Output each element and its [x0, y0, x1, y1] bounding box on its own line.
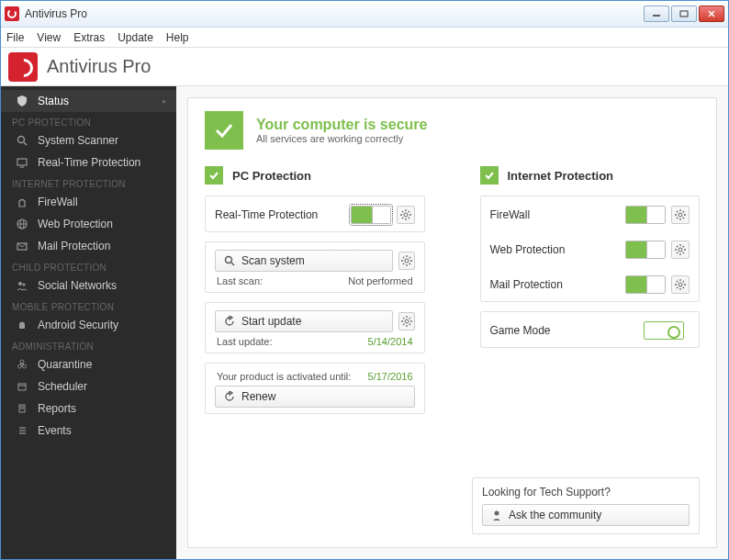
svg-point-67 [679, 248, 682, 252]
last-scan-label: Last scan: [217, 275, 263, 286]
realtime-card: Real-Time Protection [205, 196, 425, 232]
svg-line-63 [677, 211, 678, 212]
gamemode-toggle[interactable] [644, 321, 684, 340]
window-title: Antivirus Pro [25, 7, 644, 20]
sidebar-item-mail[interactable]: Mail Protection [1, 235, 176, 257]
sidebar-item-label: Android Security [38, 319, 118, 331]
mail-settings-button[interactable] [671, 275, 690, 294]
svg-line-82 [683, 287, 684, 288]
scan-button-label: Scan system [241, 254, 305, 267]
web-settings-button[interactable] [671, 241, 690, 259]
menu-update[interactable]: Update [118, 31, 153, 44]
refresh-icon [223, 391, 236, 402]
mail-toggle[interactable] [625, 275, 666, 294]
list-icon [16, 425, 28, 436]
svg-line-54 [403, 318, 404, 319]
scan-system-button[interactable]: Scan system [215, 250, 393, 272]
sidebar-item-realtime[interactable]: Real-Time Protection [1, 151, 176, 174]
svg-rect-8 [17, 159, 27, 165]
svg-line-45 [403, 257, 404, 258]
sidebar-heading-mobile: MOBILE PROTECTION [1, 297, 176, 314]
sidebar-item-reports[interactable]: Reports [1, 398, 176, 420]
sidebar-item-label: Events [38, 424, 72, 437]
status-title: Your computer is secure [256, 117, 427, 133]
sidebar-item-label: Reports [38, 402, 76, 415]
scan-settings-button[interactable] [398, 252, 415, 270]
svg-line-75 [683, 246, 684, 247]
brand-title: Antivirus Pro [47, 56, 151, 77]
update-button-label: Start update [241, 315, 301, 328]
svg-point-20 [23, 364, 27, 368]
sidebar-item-social[interactable]: Social Networks [1, 274, 176, 297]
support-box: Looking for Tech Support? Ask the commun… [472, 477, 700, 534]
internet-protection-title: Internet Protection [508, 169, 614, 183]
svg-line-57 [409, 318, 409, 319]
sidebar-item-status[interactable]: Status ▸ [1, 90, 176, 112]
svg-line-55 [409, 324, 409, 325]
svg-rect-16 [19, 323, 25, 329]
maximize-button[interactable] [671, 6, 697, 22]
renew-button[interactable]: Renew [215, 386, 415, 408]
sidebar-item-label: Quarantine [38, 358, 92, 371]
sidebar-item-scanner[interactable]: System Scanner [1, 129, 176, 151]
sidebar-item-events[interactable]: Events [1, 420, 176, 442]
globe-icon [16, 218, 28, 230]
firewall-settings-button[interactable] [671, 206, 690, 224]
scan-card: Scan system Last scan: Not performed [205, 241, 425, 293]
realtime-settings-button[interactable] [397, 206, 415, 224]
ask-community-button[interactable]: Ask the community [482, 504, 690, 526]
sidebar-item-label: System Scanner [38, 134, 118, 147]
firewall-toggle[interactable] [625, 206, 666, 224]
app-icon [5, 6, 19, 21]
sidebar-item-android[interactable]: Android Security [1, 314, 176, 336]
sidebar-item-label: Social Networks [38, 279, 117, 292]
firewall-label: FireWall [490, 208, 626, 221]
titlebar: Antivirus Pro [1, 1, 728, 28]
web-toggle[interactable] [625, 241, 666, 259]
svg-line-83 [677, 287, 678, 288]
svg-point-49 [405, 319, 409, 323]
status-subtitle: All services are working correctly [256, 133, 427, 144]
svg-line-74 [677, 252, 678, 253]
svg-line-64 [683, 218, 684, 218]
sidebar-item-firewall[interactable]: FireWall [1, 191, 176, 213]
android-icon [16, 319, 28, 330]
svg-point-29 [404, 213, 408, 217]
update-settings-button[interactable] [398, 312, 415, 330]
svg-point-38 [226, 257, 232, 263]
svg-point-19 [18, 364, 22, 368]
mail-icon [16, 241, 28, 252]
minimize-button[interactable] [644, 6, 669, 22]
sidebar-item-label: Scheduler [38, 380, 87, 393]
close-button[interactable] [699, 6, 724, 22]
start-update-button[interactable]: Start update [215, 310, 393, 332]
web-label: Web Protection [490, 243, 626, 256]
support-question: Looking for Tech Support? [482, 486, 690, 498]
sidebar-item-label: Mail Protection [38, 240, 110, 252]
firewall-icon [16, 196, 28, 207]
realtime-toggle[interactable] [351, 206, 391, 224]
menu-file[interactable]: File [6, 31, 24, 44]
search-icon [16, 135, 28, 146]
menu-view[interactable]: View [37, 31, 61, 44]
svg-rect-21 [18, 384, 26, 390]
document-icon [16, 403, 28, 414]
sidebar-item-label: Status [38, 95, 69, 107]
svg-line-35 [408, 218, 409, 218]
monitor-icon [16, 157, 28, 168]
sidebar-item-quarantine[interactable]: Quarantine [1, 353, 176, 375]
sidebar-item-scheduler[interactable]: Scheduler [1, 375, 176, 398]
last-update-value: 5/14/2014 [368, 336, 413, 347]
realtime-label: Real-Time Protection [215, 208, 351, 221]
sidebar-item-label: Web Protection [38, 218, 113, 230]
activated-label: Your product is activated until: [217, 371, 351, 382]
check-icon [205, 111, 243, 150]
sidebar-item-web[interactable]: Web Protection [1, 213, 176, 235]
menu-help[interactable]: Help [166, 31, 189, 44]
people-icon [16, 280, 28, 291]
svg-line-73 [683, 252, 684, 253]
menu-extras[interactable]: Extras [73, 31, 105, 44]
svg-line-47 [403, 263, 404, 264]
svg-line-56 [403, 324, 404, 325]
gamemode-label: Game Mode [490, 324, 645, 337]
